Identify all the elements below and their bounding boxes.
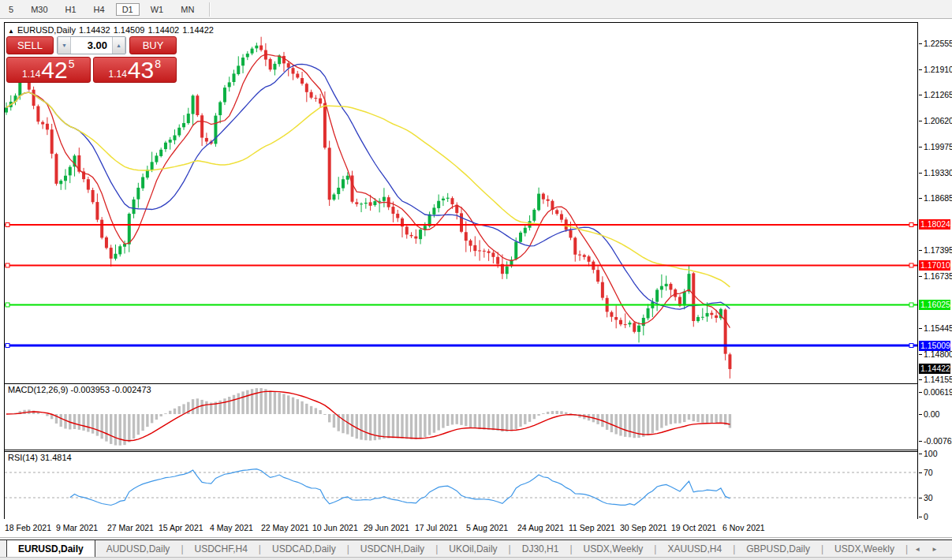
timeframe-toolbar: 5M30H1H4D1W1MN (0, 0, 952, 19)
date-label: 10 Jun 2021 (312, 523, 358, 532)
timeframe-button-H4[interactable]: H4 (88, 3, 111, 16)
date-label: 27 Mar 2021 (107, 523, 154, 532)
volume-spinner: ▼ ▲ (57, 36, 126, 54)
tab-USDCNH-Daily[interactable]: USDCNH,Daily (349, 540, 435, 558)
one-click-trade-panel: SELL ▼ ▲ BUY 1.14 42 5 1.14 43 8 (6, 36, 177, 83)
hline-handle[interactable] (6, 344, 9, 348)
date-label: 18 Feb 2021 (5, 523, 51, 532)
tab-AUDUSD-Daily[interactable]: AUDUSD,Daily (95, 540, 181, 558)
timeframe-button-M30[interactable]: M30 (24, 3, 54, 16)
macd-label: MACD(12,26,9) -0.003953 -0.002473 (8, 385, 151, 394)
hline-handle[interactable] (6, 303, 9, 307)
tab-USDCAD-Daily[interactable]: USDCAD,Daily (261, 540, 347, 558)
current-price-badge: 1.14422 (919, 364, 950, 374)
date-label: 5 Aug 2021 (466, 523, 508, 532)
price-tick: 1.17395 (924, 245, 952, 255)
tab-EURUSD-Daily[interactable]: EURUSD,Daily (6, 540, 95, 558)
date-label: 29 Jun 2021 (364, 523, 409, 532)
timeframe-button-H1[interactable]: H1 (59, 3, 83, 16)
price-tick: 1.21265 (924, 90, 952, 99)
rsi-tick: 70 (924, 468, 933, 477)
tab-USDCHF-H4[interactable]: USDCHF,H4 (184, 540, 259, 558)
macd-tick: 0.006193 (924, 387, 952, 397)
symbol-period-label: EURUSD,Daily (17, 25, 76, 35)
hline-handle[interactable] (6, 263, 9, 267)
macd-tick: -0.007621 (924, 436, 952, 446)
tab-scroll-left-icon[interactable]: ◄ (914, 546, 920, 553)
tab-USDX-Weekly[interactable]: USDX,Weekly (823, 540, 905, 558)
buy-price-display[interactable]: 1.14 43 8 (93, 57, 177, 83)
hline-handle[interactable] (909, 303, 913, 307)
high-value: 1.14509 (114, 25, 145, 35)
sell-price-prefix: 1.14 (22, 69, 40, 80)
price-tick: 1.21910 (924, 65, 952, 74)
rsi-tick: 30 (924, 493, 933, 502)
date-label: 9 Mar 2021 (56, 523, 98, 532)
date-label: 6 Nov 2021 (722, 523, 765, 532)
date-label: 30 Sep 2021 (620, 523, 667, 532)
date-label: 19 Oct 2021 (671, 523, 716, 532)
buy-button[interactable]: BUY (129, 36, 177, 54)
toolbar-separator (209, 2, 211, 17)
price-axis[interactable]: 1.225551.219101.212651.206201.199751.193… (918, 22, 952, 538)
timeframe-button-W1[interactable]: W1 (144, 3, 170, 16)
candles-layer (5, 37, 731, 379)
chart-frame (5, 23, 918, 520)
macd-tick: 0.00 (924, 409, 939, 419)
hline-handle[interactable] (909, 263, 913, 267)
sell-price-sup: 5 (69, 58, 75, 69)
price-badge-1.15009: 1.15009 (919, 341, 950, 351)
price-tick: 1.22555 (924, 39, 952, 48)
price-tick: 1.16735 (924, 271, 952, 281)
tab-separator: | (905, 540, 908, 558)
price-badge-1.16025: 1.16025 (919, 300, 950, 310)
tab-USDX-Weekly[interactable]: USDX,Weekly (573, 540, 655, 558)
ma-17-line (6, 64, 730, 309)
status-bar (0, 557, 952, 560)
hline-handle[interactable] (909, 222, 913, 226)
buy-price-prefix: 1.14 (108, 69, 126, 80)
timeframe-button-5[interactable]: 5 (2, 3, 20, 16)
collapse-panel-icon[interactable]: ▲ (8, 28, 14, 35)
chart-area[interactable] (4, 22, 918, 522)
price-tick: 1.20620 (924, 116, 952, 125)
sell-price-big: 42 (41, 59, 67, 80)
price-tick: 1.19330 (924, 168, 952, 177)
timeframe-button-MN[interactable]: MN (174, 3, 200, 16)
date-label: 11 Sep 2021 (569, 523, 615, 532)
price-tick: 1.18685 (924, 193, 952, 203)
sell-price-display[interactable]: 1.14 42 5 (6, 57, 91, 83)
volume-increase-icon[interactable]: ▲ (112, 37, 125, 54)
volume-decrease-icon[interactable]: ▼ (58, 37, 71, 54)
hline-handle[interactable] (909, 344, 913, 348)
date-label: 24 Aug 2021 (517, 523, 564, 532)
tab-DJ30-H1[interactable]: DJ30,H1 (511, 540, 570, 558)
date-label: 22 May 2021 (261, 523, 309, 532)
price-tick: 1.19975 (924, 142, 952, 151)
hline-handle[interactable] (6, 222, 9, 226)
tab-scroll-right-icon[interactable]: ► (931, 546, 938, 553)
tab-XAUUSD-H4[interactable]: XAUUSD,H4 (656, 540, 733, 558)
volume-input[interactable] (71, 37, 112, 54)
price-badge-1.1701: 1.17010 (919, 260, 950, 271)
tab-UKOil-Daily[interactable]: UKOil,Daily (438, 540, 508, 558)
chart-tab-bar: EURUSD,DailyAUDUSD,Daily|USDCHF,H4|USDCA… (0, 539, 952, 558)
price-tick: 1.14155 (924, 375, 952, 384)
date-axis[interactable]: 18 Feb 20219 Mar 202127 Mar 202115 Apr 2… (4, 519, 918, 538)
price-tick: 1.15445 (924, 323, 952, 333)
chart-canvas[interactable] (4, 22, 918, 522)
ohlc-header: ▲EURUSD,Daily1.144321.145091.144021.1442… (8, 25, 217, 35)
rsi-line (70, 469, 730, 506)
timeframe-button-D1[interactable]: D1 (116, 3, 140, 16)
tab-GBPUSD-Daily[interactable]: GBPUSD,Daily (735, 540, 821, 558)
date-label: 4 May 2021 (210, 523, 253, 532)
rsi-tick: 100 (924, 449, 938, 458)
buy-price-big: 43 (128, 59, 154, 80)
ma-7-line (6, 54, 730, 328)
date-label: 17 Jul 2021 (415, 523, 457, 532)
sell-button[interactable]: SELL (6, 36, 54, 54)
rsi-tick: 0 (924, 512, 928, 521)
divider (0, 537, 952, 538)
rsi-label: RSI(14) 31.4814 (8, 453, 72, 462)
close-value: 1.14422 (182, 25, 214, 35)
